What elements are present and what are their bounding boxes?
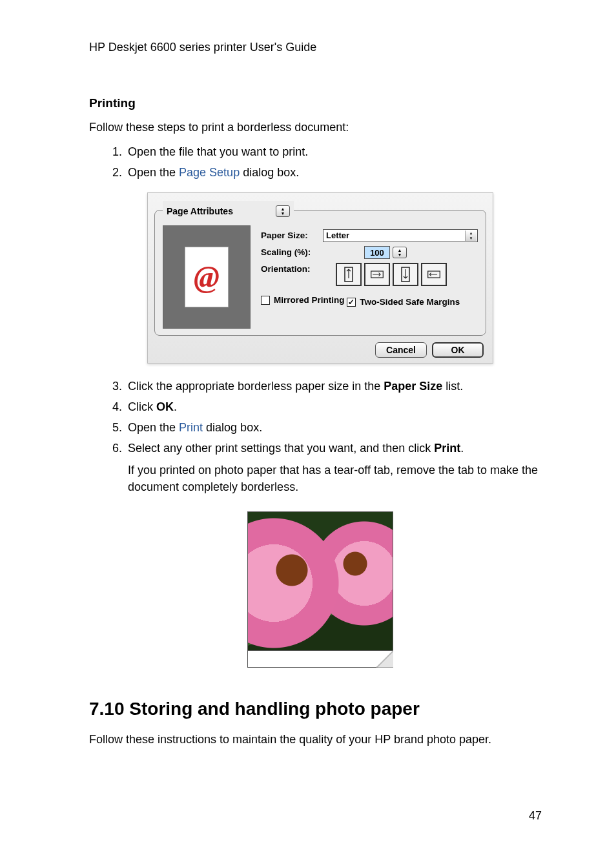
paper-size-value: Letter [326,230,349,242]
step-5: Open the Print dialog box. [125,419,551,436]
cancel-button[interactable]: Cancel [375,342,427,358]
step-6-paragraph: If you printed on photo paper that has a… [128,462,551,495]
page-preview-frame: @ [163,225,251,329]
chevron-updown-icon [465,231,477,241]
scaling-label: Scaling (%): [261,246,323,259]
steps-list-continued: Click the appropriate borderless paper s… [89,378,551,496]
step-2-text-b: dialog box. [240,166,299,179]
scaling-input[interactable] [364,246,390,259]
step-6: Select any other print settings that you… [125,440,551,495]
orientation-portrait-icon[interactable] [336,263,362,286]
page-preview-thumbnail: @ [185,247,229,307]
checkbox-checked-icon: ✓ [347,298,356,307]
orientation-label: Orientation: [261,263,323,276]
step-4-text-b: . [174,400,177,413]
tear-off-tab-illustration [247,651,393,668]
page-attributes-tab-stepper[interactable] [276,205,290,217]
two-sided-margins-label: Two-Sided Safe Margins [360,296,460,309]
checkbox-unchecked-icon [261,296,270,305]
step-4-text-a: Click [128,400,156,413]
photo-tear-off-figure [247,511,393,668]
mirrored-printing-label: Mirrored Printing [274,294,345,307]
at-sign-icon: @ [194,254,220,300]
page-setup-dialog: Page Attributes @ Paper Size: Letter [147,192,493,364]
step-3-bold: Paper Size [384,380,442,393]
page-setup-dialog-wrap: Page Attributes @ Paper Size: Letter [147,192,493,364]
document-header: HP Deskjet 6600 series printer User's Gu… [89,39,551,56]
step-1: Open the file that you want to print. [125,143,551,160]
step-5-text-a: Open the [128,421,179,434]
page-attributes-fieldset: Page Attributes @ Paper Size: Letter [154,201,486,336]
page-setup-link[interactable]: Page Setup [179,166,240,179]
page-number: 47 [529,807,542,824]
step-3-text-b: list. [442,380,463,393]
section-7-10-heading: 7.10 Storing and handling photo paper [89,696,551,723]
mirrored-printing-checkbox[interactable]: Mirrored Printing [261,294,345,307]
step-3-text-a: Click the appropriate borderless paper s… [128,380,384,393]
step-4: Click OK. [125,398,551,415]
section-7-10-body: Follow these instructions to maintain th… [89,731,551,748]
orientation-portrait-flipped-icon[interactable] [393,263,418,286]
orientation-landscape-icon[interactable] [364,263,390,286]
step-6-text-a: Select any other print settings that you… [128,442,434,455]
ok-button[interactable]: OK [432,342,484,358]
step-2-text-a: Open the [128,166,179,179]
step-6-bold: Print [434,442,460,455]
paper-size-select[interactable]: Letter [323,229,478,242]
print-link[interactable]: Print [179,421,203,434]
two-sided-margins-checkbox[interactable]: ✓ Two-Sided Safe Margins [347,296,460,309]
steps-list: Open the file that you want to print. Op… [89,143,551,181]
step-3: Click the appropriate borderless paper s… [125,378,551,395]
step-5-text-b: dialog box. [203,421,262,434]
orientation-landscape-flipped-icon[interactable] [421,263,447,286]
paper-size-label: Paper Size: [261,229,323,242]
printing-heading: Printing [89,94,551,112]
printing-intro: Follow these steps to print a borderless… [89,119,551,136]
step-4-bold: OK [156,400,174,413]
step-6-text-b: . [460,442,464,455]
flower-photo-image [247,511,393,651]
page-attributes-tab-label: Page Attributes [167,205,233,218]
scaling-stepper[interactable] [393,247,407,258]
step-2: Open the Page Setup dialog box. [125,164,551,181]
